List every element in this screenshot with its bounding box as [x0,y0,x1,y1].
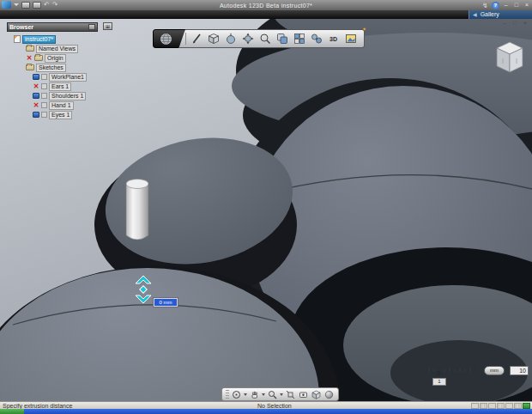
status-toggle-6[interactable] [514,403,522,409]
text-3d-tool-button[interactable]: 3D ✦ [326,32,341,46]
browser-panel: Browser ⊞ instruct07* Named Views ✕ Orig… [7,22,98,119]
close-button[interactable]: × [523,1,530,9]
status-toggle-active[interactable] [523,403,530,409]
titlebar-right-controls: ↯ ? – □ × [482,1,530,9]
help-icon[interactable]: ? [492,2,499,9]
tree-item-label[interactable]: Eyes 1 [49,111,72,119]
orbit-dropdown-caret-icon[interactable] [244,393,247,396]
redo-icon[interactable]: ↷ [52,2,58,9]
tree-item-label[interactable]: WorkPlane1 [49,73,87,82]
hidden-red-x-icon[interactable]: ✕ [33,102,39,109]
document-window-controls[interactable]: – □ × [503,20,529,26]
hidden-red-x-icon[interactable]: ✕ [26,55,33,62]
toolbar-icons: 3D ✦ [179,29,365,48]
gallery-back-icon[interactable]: ◀ [473,10,477,19]
sign-in-icon[interactable]: ↯ [482,2,488,9]
create-tool-button[interactable] [223,32,238,46]
browser-menu-button[interactable] [88,24,95,30]
status-toggle-4[interactable] [497,403,505,409]
group-spheres-icon [311,33,323,45]
browser-dock-button[interactable]: ⊞ [103,22,112,30]
tree-item-label[interactable]: instruct07* [22,35,56,44]
tree-item-hand1[interactable]: ✕ Hand 1 [7,100,98,110]
primitives-tool-button[interactable] [206,32,221,46]
sketch-thumb-icon [41,102,47,108]
tree-item-sketches[interactable]: Sketches [7,63,98,72]
open-icon[interactable] [21,2,30,9]
tree-item-label[interactable]: Ears 1 [49,82,71,91]
grid-spacing-input[interactable]: 10 [510,366,529,375]
tree-item-label[interactable]: Hand 1 [49,101,74,110]
modify-tool-button[interactable] [257,32,272,46]
look-at-button[interactable] [298,389,309,400]
transform-tool-button[interactable] [240,32,255,46]
app-logo-caret-icon[interactable] [14,3,19,6]
maximize-button[interactable]: □ [513,1,520,9]
orbit-button[interactable] [231,389,242,400]
insert-image-tool-button[interactable] [343,32,358,46]
status-bar: Specify extrusion distance No Selection [0,401,532,409]
status-toggles [471,403,530,409]
undo-icon[interactable]: ↶ [44,2,50,9]
folder-icon [26,64,34,70]
extrude-distance-input[interactable]: 0 mm [154,298,178,307]
application-window: ↶ ↷ Autodesk 123D Beta instruct07* ↯ ? –… [0,0,532,414]
sketch-thumb-icon [41,112,47,118]
tree-item-eyes1[interactable]: Eyes 1 [7,110,98,119]
fit-view-button[interactable] [285,389,296,400]
combine-tool-button[interactable] [275,32,289,46]
tree-item-ears1[interactable]: ✕ Ears 1 [7,82,98,91]
gallery-label: Gallery [481,10,499,19]
hidden-red-x-icon[interactable]: ✕ [33,83,39,90]
status-toggle-5[interactable] [505,403,513,409]
pattern-tool-button[interactable] [292,32,306,46]
browser-header[interactable]: Browser [7,22,98,32]
tree-item-label[interactable]: Named Views [36,45,78,53]
status-toggle-3[interactable] [488,403,496,409]
grid-scale-input[interactable]: 1 [432,378,446,386]
tree-item-shoulders1[interactable]: Shoulders 1 [7,91,98,100]
tree-item-label[interactable]: Origin [45,54,66,63]
tree-item-root[interactable]: instruct07* [7,34,98,44]
sketch-thumb-icon [41,74,47,80]
status-toggle-2[interactable] [480,403,487,409]
viewcube[interactable] [493,38,526,77]
zoom-dropdown-caret-icon[interactable] [280,393,283,396]
browser-title: Browser [9,24,33,30]
fit-arrows-icon [286,390,295,399]
display-style-button[interactable] [323,389,335,400]
cube-small-icon [311,390,321,399]
sketch-icon [33,112,39,118]
tree-item-workplane1[interactable]: WorkPlane1 [7,72,98,82]
status-toggle-1[interactable] [471,403,479,409]
text-3d-icon: 3D [329,36,337,42]
sketch-tool-button[interactable] [189,32,203,46]
pan-dropdown-caret-icon[interactable] [262,393,265,396]
scale-units-widget: 0 1 mm 10 [427,363,530,386]
pan-hand-icon [250,390,259,399]
pan-button[interactable] [249,389,260,400]
pencil-icon [190,33,203,45]
tree-item-origin[interactable]: ✕ Origin [7,53,98,63]
extrude-manipulator[interactable] [133,275,154,304]
shaded-sphere-icon [324,390,334,399]
units-button[interactable]: mm [484,366,505,375]
minimize-button[interactable]: – [503,1,510,9]
navbar-grip-handle[interactable] [226,390,229,399]
save-icon[interactable] [33,2,41,9]
app-logo-icon[interactable] [2,1,11,9]
tree-item-label[interactable]: Shoulders 1 [49,92,86,100]
group-tool-button[interactable] [309,32,323,46]
gallery-tab[interactable]: ◀ Gallery [469,10,532,19]
start-button[interactable] [0,409,24,414]
zoom-button[interactable] [267,389,278,400]
folder-icon [26,46,34,52]
tree-item-named-views[interactable]: Named Views [7,44,98,53]
look-at-icon [299,390,308,399]
tree-item-label[interactable]: Sketches [36,64,66,72]
image-icon [345,33,357,45]
move-arrows-icon [242,33,254,45]
view-cube-button[interactable] [311,389,322,400]
viewport[interactable]: – □ × Browser ⊞ instruct07* Named Views … [0,19,532,401]
folder-icon [34,55,43,61]
